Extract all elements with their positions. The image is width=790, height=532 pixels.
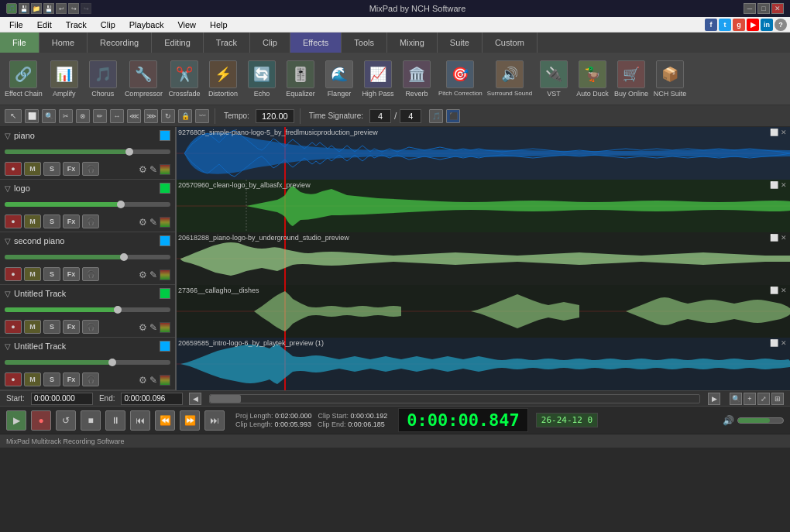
effect-compressor[interactable]: 🔧 Compressor [125, 60, 163, 98]
tempo-input[interactable] [256, 109, 294, 123]
tab-track[interactable]: Track [204, 33, 250, 53]
nudge-right[interactable]: ⋙ [144, 109, 158, 123]
help-icon[interactable]: ? [775, 19, 787, 31]
waveform-row-piano[interactable]: 9276805_simple-piano-logo-5_by_fredlmusi… [177, 127, 790, 180]
tab-file[interactable]: File [0, 33, 40, 53]
time-sig-num[interactable] [369, 109, 391, 123]
effect-echo[interactable]: 🔄 Echo [245, 60, 279, 98]
effect-distortion[interactable]: ⚡ Distortion [206, 60, 240, 98]
waveform-row-logo[interactable]: 20570960_clean-logo_by_albasfx_preview ⬜… [177, 180, 790, 232]
track-expand-ut1[interactable]: ▽ [5, 290, 11, 298]
track-expand-ut2[interactable]: ▽ [5, 342, 11, 351]
play-button[interactable]: ▶ [6, 410, 26, 431]
scroll-left[interactable]: ◀ [189, 393, 201, 405]
effect-highpass[interactable]: 📈 High Pass [361, 60, 395, 98]
draw-tool[interactable]: ✏ [93, 109, 107, 123]
fast-back-button[interactable]: ⏪ [155, 410, 175, 431]
waveform-close-piano[interactable]: ⬜ ✕ [770, 129, 787, 136]
track-edit-logo[interactable]: ✎ [149, 217, 157, 228]
mute-btn-ut2[interactable]: M [24, 372, 41, 386]
pause-button[interactable]: ⏸ [105, 410, 125, 431]
waveform-close-ut2[interactable]: ⬜ ✕ [770, 339, 787, 347]
select-tool[interactable]: ⬜ [25, 109, 39, 123]
effect-flanger[interactable]: 🌊 Flanger [322, 60, 356, 98]
zoom-in[interactable]: + [744, 393, 756, 405]
track-expand-logo[interactable]: ▽ [5, 184, 11, 193]
record-button[interactable]: ● [31, 410, 51, 431]
solo-btn-ut2[interactable]: S [43, 372, 60, 386]
zoom-fit[interactable]: ⤢ [757, 393, 770, 405]
solo-btn-sp[interactable]: S [43, 267, 60, 281]
headphones-btn-logo[interactable]: 🎧 [82, 215, 99, 228]
effect-chain[interactable]: 🔗 Effect Chain [5, 60, 43, 98]
track-edit-ut1[interactable]: ✎ [149, 322, 157, 333]
tab-tools[interactable]: Tools [342, 33, 387, 53]
effect-nchsuite[interactable]: 📦 NCH Suite [653, 60, 687, 98]
loop-play-button[interactable]: ↺ [56, 410, 76, 431]
start-input[interactable] [31, 393, 93, 405]
zoom-tool[interactable]: 🔍 [42, 109, 56, 123]
effect-equalizer[interactable]: 🎚️ Equalizer [283, 60, 318, 98]
tab-effects[interactable]: Effects [290, 33, 342, 53]
loop-toggle[interactable]: ↻ [161, 109, 175, 123]
solo-btn-piano[interactable]: S [43, 162, 60, 176]
headphones-btn-ut2[interactable]: 🎧 [82, 372, 99, 386]
waveform-row-sp[interactable]: 20618288_piano-logo-by_underground_studi… [177, 232, 790, 285]
end-input[interactable] [121, 393, 183, 405]
effect-surround[interactable]: 🔊 Surround Sound [487, 60, 532, 97]
fx-btn-ut1[interactable]: Fx [63, 320, 80, 334]
slip-tool[interactable]: ↔ [110, 109, 124, 123]
fx-btn-ut2[interactable]: Fx [63, 372, 80, 386]
effect-pitch[interactable]: 🎯 Pitch Correction [438, 60, 483, 97]
menu-playback[interactable]: Playback [123, 19, 170, 31]
scroll-right[interactable]: ▶ [708, 393, 720, 405]
master-vol-slider[interactable] [737, 417, 784, 424]
volume-slider-ut2[interactable] [5, 360, 170, 365]
mute-btn-logo[interactable]: M [24, 215, 41, 228]
tab-mixing[interactable]: Mixing [387, 33, 438, 53]
mute-btn-ut1[interactable]: M [24, 320, 41, 334]
solo-btn-logo[interactable]: S [43, 215, 60, 228]
rec-btn-ut2[interactable]: ● [5, 372, 22, 386]
track-settings-ut2[interactable]: ⚙ [139, 375, 147, 386]
linkedin-icon[interactable]: in [761, 19, 773, 31]
waveform-toggle[interactable]: 〰 [195, 109, 209, 123]
effect-amplify[interactable]: 📊 Amplify [47, 60, 81, 98]
track-settings-sp[interactable]: ⚙ [139, 269, 147, 280]
menu-clip[interactable]: Clip [94, 19, 122, 31]
waveform-row-ut2[interactable]: 20659585_intro-logo-6_by_playtek_preview… [177, 338, 790, 390]
horizontal-scrollbar[interactable] [209, 394, 700, 403]
stop-button[interactable]: ■ [81, 410, 101, 431]
menu-track[interactable]: Track [60, 19, 93, 31]
effect-buyonline[interactable]: 🛒 Buy Online [614, 60, 648, 98]
headphones-btn-piano[interactable]: 🎧 [82, 162, 99, 176]
fx-btn-sp[interactable]: Fx [63, 267, 80, 281]
track-expand-sp[interactable]: ▽ [5, 237, 11, 245]
tab-custom[interactable]: Custom [483, 33, 538, 53]
track-settings-logo[interactable]: ⚙ [139, 217, 147, 228]
nudge-left[interactable]: ⋘ [127, 109, 141, 123]
zoom-out[interactable]: 🔍 [730, 393, 742, 405]
headphones-btn-sp[interactable]: 🎧 [82, 267, 99, 281]
twitter-icon[interactable]: t [719, 19, 731, 31]
track-expand-piano[interactable]: ▽ [5, 132, 11, 140]
volume-slider-logo[interactable] [5, 202, 170, 207]
skip-back-button[interactable]: ⏮ [130, 410, 150, 431]
fast-fwd-button[interactable]: ⏩ [180, 410, 200, 431]
effect-vst[interactable]: 🔌 VST [537, 60, 571, 98]
volume-slider-sp[interactable] [5, 255, 170, 259]
track-settings-ut1[interactable]: ⚙ [139, 322, 147, 333]
menu-file[interactable]: File [3, 19, 29, 31]
volume-slider-piano[interactable] [5, 149, 170, 154]
track-edit-ut2[interactable]: ✎ [149, 375, 157, 386]
time-sig-den[interactable] [400, 109, 421, 123]
tab-recording[interactable]: Recording [88, 33, 152, 53]
skip-fwd-button[interactable]: ⏭ [204, 410, 225, 431]
menu-view[interactable]: View [171, 19, 202, 31]
effect-autoduck[interactable]: 🦆 Auto Duck [575, 60, 610, 98]
tab-suite[interactable]: Suite [438, 33, 483, 53]
waveform-row-ut1[interactable]: 27366__callagho__dishes ⬜ ✕ [177, 285, 790, 338]
waveform-close-sp[interactable]: ⬜ ✕ [770, 234, 787, 242]
solo-btn-ut1[interactable]: S [43, 320, 60, 334]
rec-btn-logo[interactable]: ● [5, 215, 22, 228]
